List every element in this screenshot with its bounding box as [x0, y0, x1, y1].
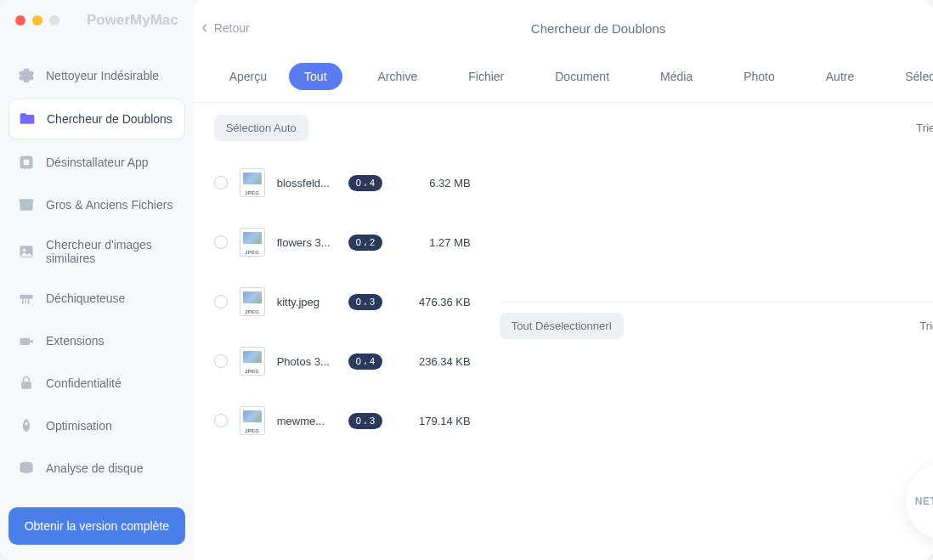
- disk-icon: [17, 459, 36, 478]
- file-size: 476.36 KB: [419, 296, 476, 308]
- sidebar-item-junk-cleaner[interactable]: Nettoyeur Indésirable: [8, 56, 185, 95]
- file-thumbnail: JPEG: [240, 406, 265, 435]
- app-name: PowerMyMac: [87, 12, 178, 29]
- minimize-window-button[interactable]: [32, 15, 42, 25]
- maximize-window-button[interactable]: [49, 15, 59, 25]
- tab-apercu[interactable]: Aperçu: [214, 63, 282, 90]
- file-name: mewme...: [277, 415, 336, 427]
- sidebar-nav: Nettoyeur Indésirable Chercheur de Doubl…: [0, 41, 194, 497]
- file-size: 6.32 MB: [429, 177, 475, 189]
- sidebar-item-large-old-files[interactable]: Gros & Anciens Fichiers: [8, 185, 185, 224]
- sidebar-item-disk-analysis[interactable]: Analyse de disque: [8, 449, 185, 488]
- svg-rect-5: [20, 199, 34, 202]
- deselect-all-button[interactable]: Tout DéselectionnerI: [500, 313, 625, 339]
- svg-rect-3: [24, 160, 30, 166]
- detail-panel: Tout DéselectionnerI Trier Par: [483, 153, 933, 560]
- sidebar: PowerMyMac Nettoyeur Indésirable Cherche…: [0, 0, 194, 560]
- count-badge: 0 ، 3: [348, 413, 382, 429]
- tab-fichier[interactable]: Fichier: [453, 63, 519, 90]
- file-row[interactable]: JPEGblossfeld...0 ، 46.32 MB: [214, 153, 476, 212]
- tab-archive[interactable]: Archive: [363, 63, 433, 90]
- sidebar-item-similar-images[interactable]: Chercheur d'images similaires: [8, 228, 185, 275]
- cta-region: Obtenir la version complète: [8, 507, 185, 545]
- svg-rect-10: [25, 300, 26, 303]
- row-checkbox[interactable]: [214, 295, 228, 308]
- traffic-lights: [15, 15, 59, 25]
- sidebar-item-label: Chercheur de Doublons: [47, 112, 172, 126]
- svg-rect-14: [21, 382, 31, 388]
- sort-by-dropdown[interactable]: Trier Par: [916, 122, 933, 134]
- sidebar-item-label: Confidentialité: [46, 376, 122, 390]
- sidebar-item-app-uninstaller[interactable]: Désinstallateur App: [8, 143, 185, 182]
- sidebar-item-label: Nettoyeur Indésirable: [46, 69, 159, 82]
- svg-rect-1: [20, 113, 27, 116]
- svg-rect-13: [30, 340, 33, 342]
- sidebar-item-privacy[interactable]: Confidentialité: [8, 364, 185, 403]
- plugin-icon: [17, 331, 36, 350]
- tab-autre[interactable]: Autre: [811, 63, 869, 90]
- back-button[interactable]: Retour: [194, 21, 250, 35]
- sidebar-item-label: Extensions: [46, 334, 104, 348]
- file-name: Photos 3...: [277, 355, 336, 368]
- close-window-button[interactable]: [15, 15, 25, 25]
- content: JPEGblossfeld...0 ، 46.32 MBJPEGflowers …: [194, 153, 933, 560]
- auto-select-button[interactable]: Sélection Auto: [214, 115, 308, 141]
- main-panel: Retour Chercheur de Doublons ? Aperçu To…: [194, 0, 933, 560]
- sidebar-item-duplicate-finder[interactable]: Chercheur de Doublons: [8, 99, 185, 139]
- sidebar-item-label: Désinstallateur App: [46, 156, 149, 169]
- file-row[interactable]: JPEGkitty.jpeg0 ، 3476.36 KB: [214, 272, 476, 331]
- file-size: 179.14 KB: [419, 415, 476, 427]
- file-thumbnail: JPEG: [240, 347, 265, 376]
- back-label: Retour: [214, 21, 250, 35]
- tab-photo[interactable]: Photo: [728, 63, 790, 90]
- tab-tout[interactable]: Tout: [289, 63, 342, 90]
- tab-selectionne[interactable]: Sélectionné: [890, 63, 933, 90]
- sidebar-item-label: Déchiqueteuse: [46, 291, 125, 305]
- file-row[interactable]: JPEGPhotos 3...0 ، 4236.34 KB: [214, 331, 476, 391]
- row-checkbox[interactable]: [214, 354, 228, 368]
- app-icon: [17, 153, 36, 172]
- row-checkbox[interactable]: [214, 414, 228, 427]
- file-list[interactable]: JPEGblossfeld...0 ، 46.32 MBJPEGflowers …: [194, 153, 483, 560]
- detail-controls: Tout DéselectionnerI Trier Par: [500, 303, 933, 349]
- file-thumbnail: JPEG: [240, 228, 265, 257]
- sidebar-item-label: Gros & Anciens Fichiers: [46, 198, 172, 212]
- sidebar-item-optimization[interactable]: Optimisation: [8, 406, 185, 445]
- archive-icon: [17, 195, 36, 214]
- count-badge: 0 ، 3: [348, 294, 382, 310]
- row-checkbox[interactable]: [214, 176, 228, 189]
- detail-sort-by-dropdown[interactable]: Trier Par: [919, 320, 933, 332]
- chevron-left-icon: [201, 24, 209, 32]
- title-bar: PowerMyMac: [0, 0, 194, 41]
- tabs: Aperçu Tout Archive Fichier Document Méd…: [194, 48, 933, 103]
- file-thumbnail: JPEG: [240, 287, 265, 316]
- count-badge: 0 ، 4: [348, 175, 382, 191]
- app-window: PowerMyMac Nettoyeur Indésirable Cherche…: [0, 0, 933, 560]
- tab-document[interactable]: Document: [540, 63, 625, 90]
- count-badge: 0 ، 4: [348, 354, 382, 370]
- sidebar-item-label: Analyse de disque: [46, 461, 143, 475]
- file-size: 1.27 MB: [429, 236, 475, 249]
- file-thumbnail: JPEG: [240, 168, 265, 197]
- file-name: kitty.jpeg: [277, 296, 336, 308]
- rocket-icon: [17, 416, 36, 435]
- sort-label: Trier Par: [919, 320, 933, 332]
- count-badge: 0 ، 2: [348, 235, 382, 251]
- tab-media[interactable]: Média: [645, 63, 708, 90]
- gear-icon: [17, 66, 36, 85]
- file-row[interactable]: JPEGflowers 3...0 ، 21.27 MB: [214, 212, 476, 272]
- svg-rect-4: [20, 202, 33, 211]
- get-full-version-button[interactable]: Obtenir la version complète: [8, 507, 185, 545]
- file-row[interactable]: JPEGmewme...0 ، 3179.14 KB: [214, 391, 476, 450]
- file-name: blossfeld...: [277, 177, 336, 189]
- svg-rect-11: [28, 300, 30, 304]
- folder-icon: [18, 110, 37, 128]
- row-checkbox[interactable]: [214, 235, 228, 249]
- header: Retour Chercheur de Doublons ?: [194, 0, 933, 48]
- svg-point-7: [23, 249, 25, 252]
- file-size: 236.34 KB: [419, 355, 476, 368]
- sidebar-item-extensions[interactable]: Extensions: [8, 321, 185, 360]
- sidebar-item-label: Chercheur d'images similaires: [46, 238, 177, 265]
- sort-label: Trier Par: [916, 122, 933, 134]
- sidebar-item-shredder[interactable]: Déchiqueteuse: [8, 279, 185, 318]
